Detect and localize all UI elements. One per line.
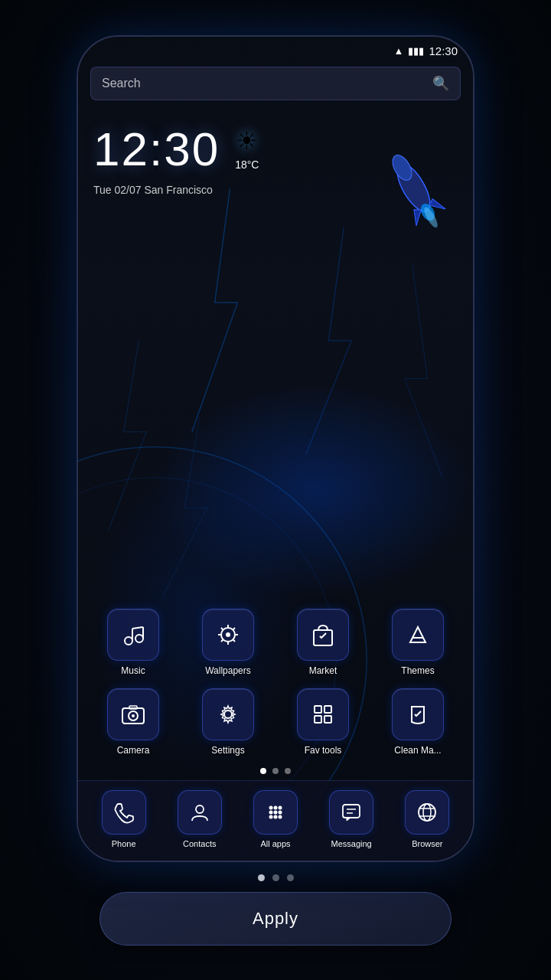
svg-point-48 bbox=[423, 804, 431, 821]
svg-line-20 bbox=[233, 639, 235, 642]
wallpapers-icon bbox=[202, 609, 254, 661]
svg-rect-23 bbox=[314, 630, 332, 645]
app-wallpapers[interactable]: Wallpapers bbox=[190, 609, 266, 676]
svg-point-36 bbox=[273, 805, 277, 809]
svg-point-38 bbox=[269, 810, 272, 814]
app-market[interactable]: Market bbox=[285, 609, 361, 676]
svg-point-34 bbox=[196, 805, 204, 813]
app-favtools[interactable]: Fav tools bbox=[285, 688, 361, 756]
svg-point-29 bbox=[224, 710, 232, 718]
svg-point-43 bbox=[278, 815, 282, 818]
app-row-2: Camera Settings bbox=[78, 682, 473, 762]
svg-point-41 bbox=[269, 815, 272, 818]
dock-allapps[interactable]: All apps bbox=[245, 790, 306, 848]
app-themes[interactable]: Themes bbox=[380, 609, 456, 676]
status-bar: ▲ ▮▮▮ 12:30 bbox=[78, 37, 473, 60]
clock-time: 12:30 bbox=[93, 122, 220, 176]
svg-point-42 bbox=[273, 815, 277, 818]
bottom-dot-3 bbox=[287, 874, 294, 881]
phone-icon bbox=[102, 790, 146, 835]
status-time: 12:30 bbox=[429, 44, 458, 57]
messaging-label: Messaging bbox=[331, 839, 372, 848]
signal-icon: ▲ bbox=[394, 45, 404, 57]
page-dot-1 bbox=[260, 768, 266, 774]
clock-date: Tue 02/07 San Francisco bbox=[78, 184, 473, 204]
allapps-icon bbox=[253, 790, 298, 835]
search-bar[interactable]: Search 🔍 bbox=[90, 67, 461, 100]
svg-rect-44 bbox=[343, 805, 360, 818]
favtools-icon bbox=[297, 688, 349, 740]
clock-widget: 12:30 ☀ 18°C bbox=[78, 106, 473, 184]
dock-contacts[interactable]: Contacts bbox=[169, 790, 230, 848]
search-placeholder: Search bbox=[102, 77, 432, 90]
app-settings[interactable]: Settings bbox=[190, 688, 266, 756]
search-icon[interactable]: 🔍 bbox=[432, 75, 449, 92]
svg-rect-32 bbox=[315, 716, 321, 723]
svg-rect-33 bbox=[324, 716, 331, 723]
apply-label: Apply bbox=[253, 909, 298, 929]
dock: Phone Contacts bbox=[78, 780, 473, 861]
svg-point-37 bbox=[278, 805, 282, 809]
svg-line-19 bbox=[221, 628, 223, 630]
themes-icon bbox=[392, 609, 444, 661]
market-label: Market bbox=[309, 665, 337, 676]
browser-icon bbox=[405, 790, 449, 835]
app-camera[interactable]: Camera bbox=[95, 688, 171, 756]
dock-phone[interactable]: Phone bbox=[93, 790, 155, 848]
svg-point-39 bbox=[273, 810, 277, 814]
app-music[interactable]: Music bbox=[95, 609, 171, 676]
apply-button[interactable]: Apply bbox=[99, 892, 452, 946]
weather-widget: ☀ 18°C bbox=[235, 126, 259, 171]
weather-icon: ☀ bbox=[236, 126, 258, 155]
svg-point-27 bbox=[132, 714, 135, 717]
svg-point-35 bbox=[269, 805, 272, 809]
music-label: Music bbox=[121, 665, 145, 676]
svg-point-14 bbox=[226, 632, 230, 637]
market-icon bbox=[297, 609, 349, 661]
settings-label: Settings bbox=[211, 745, 244, 756]
svg-line-22 bbox=[221, 639, 223, 642]
bottom-section: Apply bbox=[99, 874, 452, 946]
svg-line-12 bbox=[132, 627, 143, 629]
camera-label: Camera bbox=[117, 745, 150, 756]
app-cleanmaster[interactable]: Clean Ma... bbox=[380, 688, 456, 756]
page-dot-3 bbox=[285, 768, 291, 774]
svg-rect-30 bbox=[315, 706, 321, 713]
svg-rect-31 bbox=[324, 706, 331, 713]
contacts-icon bbox=[178, 790, 222, 835]
svg-point-9 bbox=[135, 635, 143, 642]
allapps-label: All apps bbox=[260, 839, 290, 848]
wallpapers-label: Wallpapers bbox=[205, 665, 251, 676]
themes-label: Themes bbox=[401, 665, 434, 676]
music-icon bbox=[107, 609, 159, 661]
browser-label: Browser bbox=[412, 839, 442, 848]
messaging-icon bbox=[329, 790, 373, 835]
contacts-label: Contacts bbox=[183, 839, 216, 848]
svg-point-8 bbox=[125, 637, 132, 645]
cleanmaster-label: Clean Ma... bbox=[394, 745, 441, 756]
phone-label: Phone bbox=[112, 839, 136, 848]
svg-point-47 bbox=[419, 804, 435, 821]
bottom-page-dots bbox=[258, 874, 294, 881]
dock-messaging[interactable]: Messaging bbox=[321, 790, 382, 848]
svg-line-21 bbox=[233, 628, 235, 630]
settings-icon bbox=[202, 688, 254, 740]
app-row-1: Music Wa bbox=[78, 603, 473, 682]
page-dots bbox=[78, 762, 473, 780]
battery-icon: ▮▮▮ bbox=[408, 45, 424, 57]
dock-browser[interactable]: Browser bbox=[396, 790, 458, 848]
bottom-dot-1 bbox=[258, 874, 265, 881]
page-dot-2 bbox=[272, 768, 279, 774]
camera-icon bbox=[107, 688, 159, 740]
bottom-dot-2 bbox=[272, 874, 279, 881]
svg-point-40 bbox=[278, 810, 282, 814]
favtools-label: Fav tools bbox=[305, 745, 342, 756]
cleanmaster-icon bbox=[392, 688, 444, 740]
temperature: 18°C bbox=[235, 158, 259, 171]
